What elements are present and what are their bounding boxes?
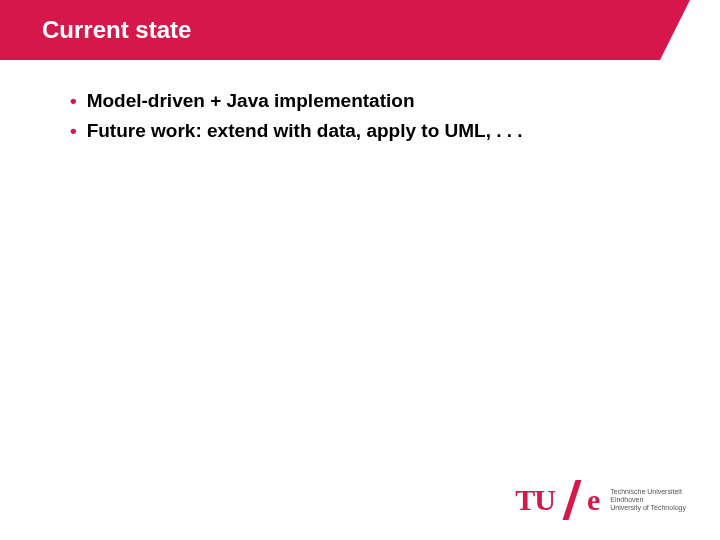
list-item: • Future work: extend with data, apply t… (70, 118, 670, 144)
title-bar-slant (660, 0, 690, 60)
bullet-icon: • (70, 88, 77, 114)
logo-e-text: e (587, 483, 600, 517)
logo-tu-text: TU (515, 483, 555, 517)
bullet-icon: • (70, 118, 77, 144)
slide: Current state • Model-driven + Java impl… (0, 0, 720, 540)
logo-sub-line: University of Technology (610, 504, 686, 512)
bullet-text: Model-driven + Java implementation (87, 88, 670, 114)
content-area: • Model-driven + Java implementation • F… (70, 88, 670, 147)
logo-sub-line: Eindhoven (610, 496, 686, 504)
bullet-text: Future work: extend with data, apply to … (87, 118, 670, 144)
slide-title: Current state (42, 16, 191, 44)
logo-slash-icon (561, 482, 585, 518)
logo-subtitle: Technische Universiteit Eindhoven Univer… (610, 488, 686, 512)
tue-logo: TU e Technische Universiteit Eindhoven U… (515, 482, 686, 518)
logo-sub-line: Technische Universiteit (610, 488, 686, 496)
list-item: • Model-driven + Java implementation (70, 88, 670, 114)
